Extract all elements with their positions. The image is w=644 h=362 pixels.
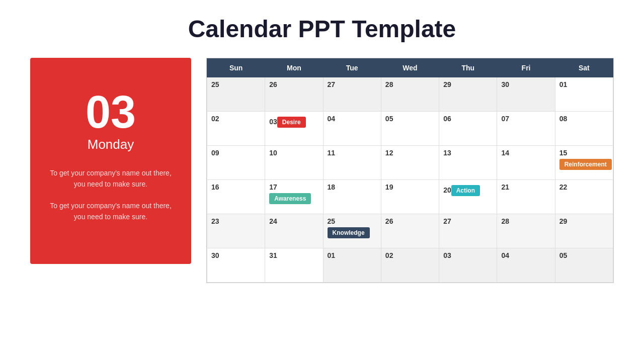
calendar-cell-5-6: 05 [555,248,613,283]
calendar-cell-4-6: 29 [555,214,613,248]
calendar-cell-0-1: 26 [265,77,323,112]
event-badge-action: Action [451,185,480,196]
page-title: Calendar PPT Template [0,15,644,43]
day-name: Monday [88,137,134,152]
calendar-row-4: 232425Knowledge26272829 [207,214,613,248]
calendar-cell-1-0: 02 [207,112,265,146]
calendar-header-row: SunMonTueWedThuFriSat [207,59,613,77]
calendar-cell-4-4: 27 [439,214,497,248]
calendar-header-thu: Thu [439,59,497,77]
calendar-cell-0-2: 27 [323,77,381,112]
event-badge-desire: Desire [277,117,306,128]
calendar-row-0: 25262728293001 [207,77,613,112]
calendar-cell-3-4: 20Action [439,180,497,214]
description-1: To get your company's name out there, yo… [45,167,176,190]
calendar-cell-5-2: 01 [323,248,381,283]
calendar-cell-1-4: 06 [439,112,497,146]
calendar-cell-3-2: 18 [323,180,381,214]
calendar-cell-4-2: 25Knowledge [323,214,381,248]
description-2: To get your company's name out there, yo… [45,200,176,223]
calendar-cell-5-1: 31 [265,248,323,283]
event-badge-awareness: Awareness [269,193,311,204]
calendar-header-fri: Fri [497,59,555,77]
calendar-header-sun: Sun [207,59,265,77]
content-area: 03 Monday To get your company's name out… [0,58,644,283]
calendar-header-tue: Tue [323,59,381,77]
calendar-cell-1-1: 03Desire [265,112,323,146]
left-panel: 03 Monday To get your company's name out… [30,58,191,264]
calendar-cell-4-3: 26 [381,214,439,248]
event-badge-knowledge: Knowledge [328,227,370,238]
calendar-row-1: 0203Desire0405060708 [207,112,613,146]
calendar-header-wed: Wed [381,59,439,77]
calendar-cell-3-0: 16 [207,180,265,214]
calendar-cell-1-2: 04 [323,112,381,146]
calendar-cell-1-3: 05 [381,112,439,146]
calendar-row-5: 30310102030405 [207,248,613,283]
calendar-cell-3-5: 21 [497,180,555,214]
calendar-body: 252627282930010203Desire0405060708091011… [207,77,613,283]
calendar-cell-2-1: 10 [265,146,323,180]
calendar-cell-5-4: 03 [439,248,497,283]
calendar-cell-0-6: 01 [555,77,613,112]
calendar-cell-3-6: 22 [555,180,613,214]
calendar-cell-5-5: 04 [497,248,555,283]
calendar-cell-2-2: 11 [323,146,381,180]
calendar-cell-2-3: 12 [381,146,439,180]
calendar-header-mon: Mon [265,59,323,77]
calendar-cell-2-6: 15Reinforcement [555,146,613,180]
calendar-cell-3-3: 19 [381,180,439,214]
calendar-cell-5-0: 30 [207,248,265,283]
calendar-cell-0-0: 25 [207,77,265,112]
calendar: SunMonTueWedThuFriSat 252627282930010203… [206,58,614,283]
calendar-cell-4-1: 24 [265,214,323,248]
calendar-cell-2-0: 09 [207,146,265,180]
calendar-cell-1-6: 08 [555,112,613,146]
calendar-cell-4-0: 23 [207,214,265,248]
event-badge-reinforcement: Reinforcement [559,159,612,170]
calendar-cell-0-4: 29 [439,77,497,112]
calendar-cell-2-5: 14 [497,146,555,180]
calendar-cell-0-3: 28 [381,77,439,112]
calendar-cell-0-5: 30 [497,77,555,112]
calendar-cell-3-1: 17Awareness [265,180,323,214]
calendar-cell-4-5: 28 [497,214,555,248]
calendar-cell-2-4: 13 [439,146,497,180]
calendar-row-2: 09101112131415Reinforcement [207,146,613,180]
calendar-cell-5-3: 02 [381,248,439,283]
calendar-cell-1-5: 07 [497,112,555,146]
day-number: 03 [86,89,136,135]
calendar-header-sat: Sat [555,59,613,77]
calendar-row-3: 1617Awareness181920Action2122 [207,180,613,214]
